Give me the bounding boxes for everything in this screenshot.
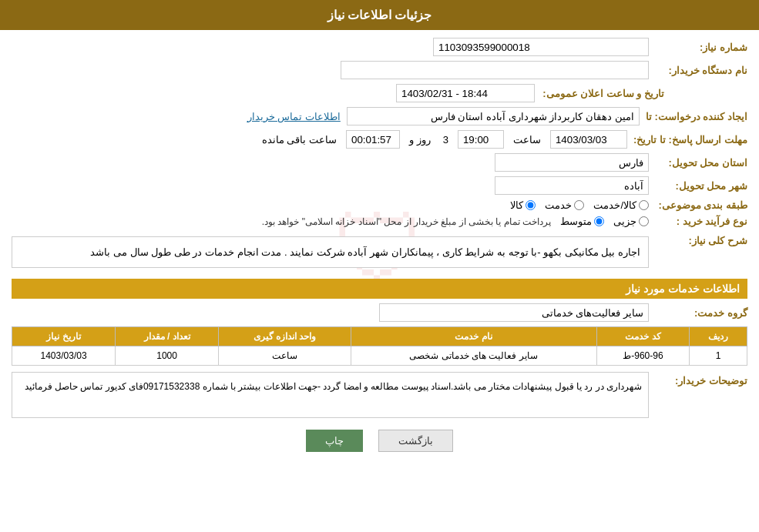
cell-vahed: ساعت bbox=[219, 346, 351, 366]
sharh-row: شرح کلی نیاز: اجاره بیل مکانیکی بکهو -با… bbox=[12, 232, 747, 273]
mohlat-date-input[interactable] bbox=[550, 130, 627, 149]
back-button[interactable]: بازگشت bbox=[378, 430, 453, 452]
mohlat-baghimandeh-input[interactable] bbox=[346, 130, 400, 149]
noeFarayand-radio-motavasset[interactable] bbox=[594, 216, 604, 226]
noeFarayand-jozi-label: جزیی bbox=[613, 216, 636, 227]
ostan-input[interactable] bbox=[495, 153, 649, 172]
col-kod: کد خدمت bbox=[596, 327, 690, 346]
print-button[interactable]: چاپ bbox=[306, 430, 363, 452]
shomareNiaz-row: شماره نیاز: bbox=[12, 38, 747, 56]
tarikh-row: تاریخ و ساعت اعلان عمومی: bbox=[12, 84, 747, 102]
sharh-value: اجاره بیل مکانیکی بکهو -با توجه به شرایط… bbox=[12, 236, 649, 268]
khadamat-section-title: اطلاعات خدمات مورد نیاز bbox=[12, 279, 747, 299]
tabaghe-row: طبقه بندی موضوعی: کالا/خدمت خدمت کالا bbox=[12, 199, 747, 211]
sharh-label: شرح کلی نیاز: bbox=[655, 232, 747, 246]
grooh-input[interactable] bbox=[379, 303, 649, 322]
tarikh-label: تاریخ و ساعت اعلان عمومی: bbox=[541, 88, 664, 99]
namDastgah-row: نام دستگاه خریدار: bbox=[12, 61, 747, 79]
tabaghe-kala-label: کالا bbox=[510, 199, 523, 211]
col-tarikh: تاریخ نیاز bbox=[12, 327, 116, 346]
tabaghe-radio-kala-khidmat[interactable] bbox=[639, 200, 649, 210]
noeFarayand-radio-group: جزیی متوسط پرداخت تمام یا بخشی از مبلغ خ… bbox=[262, 216, 649, 227]
ostan-row: استان محل تحویل: bbox=[12, 153, 747, 172]
noeFarayand-radio-jozi[interactable] bbox=[639, 216, 649, 226]
saat-label: ساعت bbox=[513, 134, 541, 146]
shahr-row: شهر محل تحویل: bbox=[12, 176, 747, 195]
tabaghe-label: طبقه بندی موضوعی: bbox=[655, 199, 747, 211]
etelaat-link[interactable]: اطلاعات تماس خریدار bbox=[247, 111, 341, 122]
tabaghe-radio-group: کالا/خدمت خدمت کالا bbox=[510, 199, 649, 211]
ijad-input[interactable] bbox=[347, 107, 640, 125]
shahr-label: شهر محل تحویل: bbox=[655, 180, 747, 192]
noeFarayand-jozi[interactable]: جزیی bbox=[613, 216, 649, 227]
namDastgah-input[interactable] bbox=[341, 61, 649, 79]
baghimandeh-label: ساعت باقی مانده bbox=[262, 134, 337, 146]
mohlat-label: مهلت ارسال پاسخ: تا تاریخ: bbox=[633, 134, 747, 146]
shomareNiaz-input[interactable] bbox=[433, 38, 649, 56]
tabaghe-kala-khidmat[interactable]: کالا/خدمت bbox=[593, 199, 649, 211]
noeFarayand-desc: پرداخت تمام یا بخشی از مبلغ خریدار از مح… bbox=[262, 216, 551, 227]
tabaghe-kala-khidmat-label: کالا/خدمت bbox=[593, 199, 636, 211]
grooh-row: گروه خدمت: bbox=[12, 303, 747, 322]
noeFarayand-row: نوع فرآیند خرید : جزیی متوسط پرداخت تمام… bbox=[12, 216, 747, 227]
tozi-row: توضیحات خریدار: شهرداری در رد یا قبول پی… bbox=[12, 372, 747, 418]
tabaghe-radio-kala[interactable] bbox=[526, 200, 536, 210]
grooh-label: گروه خدمت: bbox=[655, 307, 747, 319]
tabaghe-kala[interactable]: کالا bbox=[510, 199, 536, 211]
page-header: جزئیات اطلاعات نیاز bbox=[0, 0, 759, 30]
page-title: جزئیات اطلاعات نیاز bbox=[327, 8, 432, 22]
col-name: نام خدمت bbox=[351, 327, 596, 346]
namDastgah-label: نام دستگاه خریدار: bbox=[655, 65, 747, 76]
shahr-input[interactable] bbox=[495, 176, 649, 195]
rooz-label: روز و bbox=[409, 134, 431, 146]
khadamat-table: ردیف کد خدمت نام خدمت واحد اندازه گیری ت… bbox=[12, 326, 747, 366]
tozi-value: شهرداری در رد یا قبول پیشنهادات مختار می… bbox=[12, 372, 649, 418]
mohlat-row: مهلت ارسال پاسخ: تا تاریخ: ساعت 3 روز و … bbox=[12, 130, 747, 149]
cell-kod: 960-96-ط bbox=[596, 346, 690, 366]
tabaghe-khidmat-label: خدمت bbox=[545, 199, 572, 211]
rooz-value: 3 bbox=[443, 134, 448, 146]
cell-radif: 1 bbox=[690, 346, 747, 366]
button-row: بازگشت چاپ bbox=[12, 430, 747, 452]
tarikh-input[interactable] bbox=[396, 84, 535, 102]
table-row: 1 960-96-ط سایر فعالیت های خدماتی شخصی س… bbox=[12, 346, 747, 366]
col-radif: ردیف bbox=[690, 327, 747, 346]
ijad-label: ایجاد کننده درخواست: تا bbox=[646, 111, 747, 122]
ostan-label: استان محل تحویل: bbox=[655, 157, 747, 169]
noeFarayand-motavasset-label: متوسط bbox=[560, 216, 592, 227]
cell-tedad: 1000 bbox=[116, 346, 219, 366]
cell-tarikh: 1403/03/03 bbox=[12, 346, 116, 366]
tabaghe-khidmat[interactable]: خدمت bbox=[545, 199, 584, 211]
col-tedad: تعداد / مقدار bbox=[116, 327, 219, 346]
noeFarayand-motavasset[interactable]: متوسط bbox=[560, 216, 604, 227]
mohlat-saat-input[interactable] bbox=[458, 130, 504, 149]
shomareNiaz-label: شماره نیاز: bbox=[655, 42, 747, 53]
tabaghe-radio-khidmat[interactable] bbox=[574, 200, 584, 210]
noeFarayand-label: نوع فرآیند خرید : bbox=[655, 216, 747, 227]
col-vahed: واحد اندازه گیری bbox=[219, 327, 351, 346]
tozi-label: توضیحات خریدار: bbox=[655, 372, 747, 386]
cell-name: سایر فعالیت های خدماتی شخصی bbox=[351, 346, 596, 366]
ijad-row: ایجاد کننده درخواست: تا اطلاعات تماس خری… bbox=[12, 107, 747, 125]
